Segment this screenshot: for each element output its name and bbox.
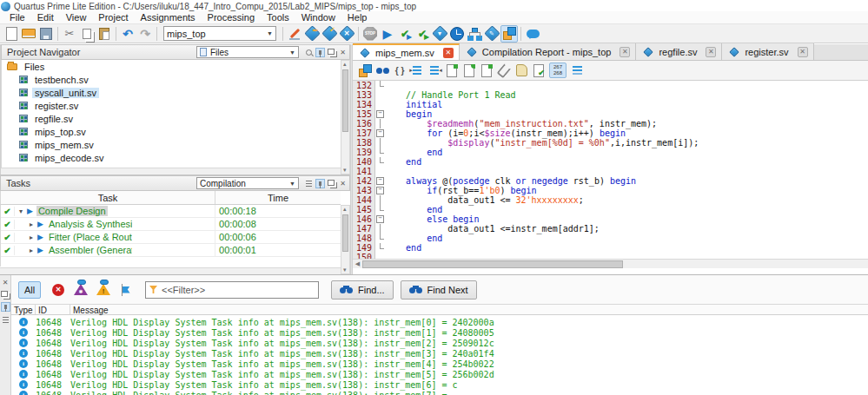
float-panel-icon[interactable]: [327, 179, 336, 188]
expander-icon[interactable]: ▸: [25, 234, 37, 241]
code-text[interactable]: end: [385, 148, 868, 157]
scrollbar-thumb[interactable]: [342, 69, 348, 132]
tasks-hscrollbar[interactable]: [0, 267, 341, 274]
flag-filter-icon[interactable]: [117, 281, 135, 299]
code-text[interactable]: // Handle Port 1 Read: [385, 90, 868, 100]
redo-icon[interactable]: [136, 25, 154, 43]
expander-icon[interactable]: ▸: [25, 247, 37, 254]
message-row[interactable]: i10648Verilog HDL Display System Task in…: [11, 390, 868, 395]
tab-mips_mem-sv[interactable]: mips_mem.sv✕: [353, 43, 460, 60]
code-text[interactable]: if(rst_b==1'b0) begin: [385, 186, 868, 195]
warning-filter-icon[interactable]: [95, 281, 112, 299]
sidebar-item-syscall_unit-sv[interactable]: syscall_unit.sv: [2, 86, 341, 99]
code-text[interactable]: initial: [385, 100, 868, 109]
menu-icon[interactable]: [304, 179, 314, 188]
sidebar-item-mips_mem-sv[interactable]: mips_mem.sv: [2, 138, 341, 151]
syntax-check-icon[interactable]: [530, 62, 547, 79]
menu-assignments[interactable]: Assignments: [135, 11, 202, 24]
sidebar-item-register-sv[interactable]: register.sv: [2, 99, 341, 112]
close-panel-icon[interactable]: [1, 278, 10, 287]
bookmark-next-icon[interactable]: [461, 62, 478, 79]
fold-toggle-icon[interactable]: [375, 176, 385, 186]
code-text[interactable]: always @(posedge clk or negedge rst_b) b…: [385, 176, 868, 186]
sidebar-item-regfile-sv[interactable]: regfile.sv: [2, 112, 341, 125]
project-select-combo[interactable]: mips_top▼: [163, 26, 276, 41]
menu-project[interactable]: Project: [92, 11, 134, 24]
message-row[interactable]: i10648Verilog HDL Display System Task in…: [11, 359, 868, 369]
stop-icon[interactable]: [361, 25, 379, 43]
navigator-view-select[interactable]: Files ▼: [196, 46, 299, 58]
fold-toggle-icon[interactable]: [375, 109, 385, 119]
fold-toggle-icon[interactable]: [375, 214, 385, 224]
attach-icon[interactable]: [495, 62, 513, 79]
code-editor[interactable]: 132133 // Handle Port 1 Read134 initial1…: [353, 81, 868, 259]
undo-icon[interactable]: [119, 25, 136, 43]
close-tab-icon[interactable]: ✕: [798, 47, 808, 57]
compile-design-icon[interactable]: [303, 25, 321, 43]
task-row[interactable]: ✔▾▶Compile Design00:00:18: [1, 205, 341, 218]
menu-file[interactable]: File: [3, 11, 31, 24]
analysis-synthesis-icon[interactable]: [321, 25, 338, 43]
unindent-icon[interactable]: [408, 62, 426, 79]
cut-icon[interactable]: [61, 25, 78, 43]
note-icon[interactable]: [513, 62, 530, 79]
chat-icon[interactable]: [524, 25, 541, 43]
menu-edit[interactable]: Edit: [31, 11, 60, 24]
critical-warning-filter-icon[interactable]: [72, 281, 89, 299]
save-icon[interactable]: [37, 25, 55, 43]
pin-icon[interactable]: [1, 302, 10, 312]
files-hscrollbar[interactable]: [1, 168, 341, 174]
code-text[interactable]: [385, 167, 868, 176]
task-row[interactable]: ✔▸▶Analysis & Synthesis00:00:08: [1, 218, 341, 231]
find-next-button[interactable]: Find Next: [401, 280, 477, 300]
menu-window[interactable]: Window: [295, 11, 341, 24]
paste-icon[interactable]: [96, 25, 113, 43]
menu-icon[interactable]: [1, 314, 10, 324]
start-compilation-icon[interactable]: [379, 25, 396, 43]
tasks-view-select[interactable]: Compilation ▼: [196, 177, 299, 189]
close-tab-icon[interactable]: ✕: [620, 47, 630, 57]
code-text[interactable]: $display("instr_mem[%0d] = %0h",i,instr_…: [385, 138, 868, 148]
files-root-item[interactable]: Files: [2, 60, 341, 73]
fitter-icon[interactable]: [338, 25, 355, 43]
tab-register-sv[interactable]: register.sv✕: [722, 43, 813, 60]
code-text[interactable]: data_out1 <=instr_mem[addr1];: [385, 224, 868, 234]
message-row[interactable]: i10648Verilog HDL Display System Task in…: [11, 317, 868, 327]
error-filter-icon[interactable]: [50, 281, 67, 299]
netlist-viewer-icon[interactable]: [466, 25, 483, 43]
code-text[interactable]: end: [385, 243, 868, 253]
close-panel-icon[interactable]: [338, 179, 348, 188]
float-panel-icon[interactable]: [1, 290, 10, 300]
code-text[interactable]: data_out1 <= 32'hxxxxxxxx;: [385, 195, 868, 205]
pin-icon[interactable]: [315, 48, 325, 57]
code-text[interactable]: for (i=0;i<$size(instr_mem);i++) begin: [385, 128, 868, 138]
sidebar-item-mips_top-sv[interactable]: mips_top.sv: [2, 125, 341, 138]
expander-icon[interactable]: ▸: [25, 221, 37, 228]
menu-help[interactable]: Help: [341, 11, 374, 24]
task-row[interactable]: ✔▸▶Fitter (Place & Route)00:00:06: [1, 231, 341, 244]
pin-planner-icon[interactable]: [286, 25, 303, 43]
filter-all-button[interactable]: All: [18, 281, 41, 299]
tab-regfile-sv[interactable]: regfile.sv✕: [636, 43, 722, 60]
fold-toggle-icon[interactable]: [375, 186, 385, 195]
bookmark-prev-icon[interactable]: [478, 62, 495, 79]
start-fitter-icon[interactable]: [414, 25, 431, 43]
fold-toggle-icon[interactable]: [375, 128, 385, 138]
new-file-icon[interactable]: [3, 25, 20, 43]
sidebar-item-mips_decode-sv[interactable]: mips_decode.sv: [2, 151, 341, 164]
editor-hscrollbar[interactable]: ◀: [353, 259, 868, 268]
find-icon[interactable]: [374, 62, 391, 79]
close-tab-icon[interactable]: ✕: [706, 47, 716, 57]
files-scrollbar[interactable]: [341, 60, 350, 174]
task-row[interactable]: ✔▸▶Assembler (Generate programming files…: [1, 244, 341, 257]
message-filter-input[interactable]: <<Filter>>: [145, 281, 319, 299]
find-button[interactable]: Find...: [331, 280, 394, 300]
assignment-editor-icon[interactable]: [483, 25, 500, 43]
sidebar-item-testbench-sv[interactable]: testbench.sv: [2, 73, 341, 86]
scroll-left-arrow-icon[interactable]: ◀: [353, 260, 362, 267]
code-text[interactable]: [385, 81, 868, 90]
code-text[interactable]: end: [385, 234, 868, 243]
scrollbar-thumb[interactable]: [342, 214, 348, 252]
programmer-icon[interactable]: [431, 25, 448, 43]
menu-view[interactable]: View: [60, 11, 93, 24]
